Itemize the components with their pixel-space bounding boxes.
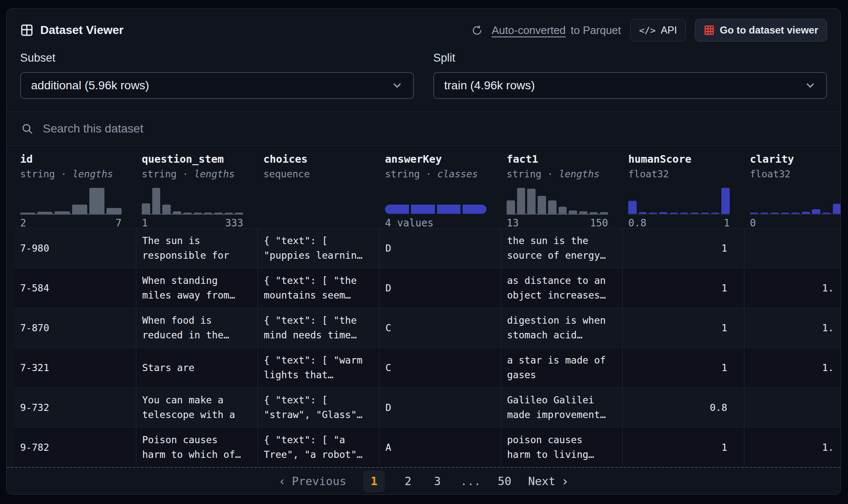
histogram-bar — [142, 203, 150, 214]
cell-fact1[interactable]: Galileo Galileimade improvement… — [501, 388, 622, 427]
page-button-1[interactable]: 1 — [363, 470, 385, 492]
cell-id[interactable]: 9-782 — [14, 440, 136, 455]
cell-id[interactable]: 7-980 — [14, 241, 136, 256]
next-page-button[interactable]: Next › — [528, 475, 569, 488]
histogram-bar — [770, 213, 779, 214]
table-body: 7-980The sun isresponsible for{ "text": … — [7, 228, 840, 467]
cell-question_stem[interactable]: You can make atelescope with a — [136, 388, 258, 427]
search-input[interactable] — [42, 122, 826, 136]
histogram-bar — [711, 213, 720, 214]
cell-choices[interactable]: { "text": [ "aTree", "a robot"… — [258, 428, 379, 467]
histogram-range: 13150 — [507, 217, 608, 229]
histogram-range: 1333 — [142, 217, 243, 229]
search-icon — [21, 122, 34, 135]
dataset-viewer-card: Dataset Viewer Auto-converted to Parquet… — [6, 8, 841, 495]
previous-label: Previous — [292, 475, 346, 488]
cell-humanScore[interactable]: 1 — [622, 229, 744, 268]
auto-converted-suffix: to Parquet — [571, 24, 621, 37]
split-dropdown[interactable]: train (4.96k rows) — [433, 72, 827, 99]
column-type: sequence — [263, 168, 367, 180]
api-button-label: API — [661, 24, 677, 36]
cell-question_stem[interactable]: The sun isresponsible for — [136, 229, 258, 268]
histogram-question_stem — [142, 187, 243, 214]
cell-choices[interactable]: { "text": ["puppies learnin… — [258, 229, 379, 268]
histogram-bar — [812, 209, 820, 214]
histogram-bar — [183, 213, 192, 214]
cell-clarity[interactable]: 1. — [744, 428, 834, 467]
cell-answerKey[interactable]: A — [379, 428, 501, 467]
cell-id[interactable]: 7-321 — [14, 361, 136, 375]
auto-converted-link[interactable]: Auto-converted — [492, 24, 566, 37]
class-count-label: 4 values — [385, 217, 486, 229]
card-header: Dataset Viewer Auto-converted to Parquet… — [7, 9, 840, 42]
class-bar-segment — [385, 205, 409, 214]
column-name: choices — [263, 153, 367, 166]
histogram-bar — [579, 211, 588, 214]
cell-id[interactable]: 9-732 — [14, 400, 136, 415]
cell-answerKey[interactable]: D — [379, 229, 501, 268]
cell-choices[interactable]: { "text": [ "warmlights that… — [258, 348, 379, 387]
cell-fact1[interactable]: digestion is whenstomach acid… — [501, 308, 622, 348]
cell-humanScore[interactable]: 0.8 — [622, 388, 744, 427]
go-to-dataset-viewer-button[interactable]: Go to dataset viewer — [695, 19, 827, 42]
cell-answerKey[interactable]: C — [379, 308, 501, 348]
selectors-row: Subset additional (5.96k rows) Split tra… — [7, 42, 840, 112]
cell-clarity[interactable]: 1. — [744, 348, 834, 387]
column-header-choices: choicessequence — [258, 153, 379, 228]
table-header: idstring · lengths27question_stemstring … — [7, 146, 840, 228]
cell-clarity[interactable]: 1. — [744, 308, 834, 348]
cell-answerKey[interactable]: D — [379, 388, 501, 427]
column-name: answerKey — [385, 153, 488, 166]
previous-page-button[interactable]: ‹ Previous — [278, 475, 346, 488]
column-header-humanScore: humanScorefloat320.81 — [622, 153, 744, 228]
cell-clarity[interactable] — [744, 388, 834, 427]
histogram-bar — [721, 188, 730, 214]
page-ellipsis: ... — [460, 475, 481, 488]
class-bar-segment — [411, 205, 435, 214]
cell-choices[interactable]: { "text": [ "themountains seem… — [258, 268, 379, 308]
page-button-50[interactable]: 50 — [498, 475, 512, 488]
histogram-bar — [194, 213, 202, 214]
cell-choices[interactable]: { "text": [ "themind needs time… — [258, 308, 379, 348]
cell-question_stem[interactable]: Stars are — [136, 348, 258, 387]
column-type: string · lengths — [507, 168, 610, 180]
cell-answerKey[interactable]: C — [379, 348, 501, 387]
chevron-down-icon — [804, 80, 816, 91]
cell-choices[interactable]: { "text": ["straw", "Glass"… — [258, 388, 379, 427]
histogram-bar — [649, 213, 657, 214]
cell-fact1[interactable]: as distance to anobject increases… — [501, 268, 622, 308]
table-row: 9-732You can make atelescope with a{ "te… — [14, 387, 840, 427]
cell-clarity[interactable] — [744, 229, 834, 268]
histogram-bar — [225, 213, 233, 214]
histogram-bar — [639, 212, 647, 214]
histogram-range: 0.81 — [628, 217, 730, 229]
cell-fact1[interactable]: the sun is thesource of energy… — [501, 229, 622, 268]
histogram-bar — [781, 213, 789, 214]
column-header-answerKey: answerKeystring · classes4 values — [379, 153, 501, 228]
histogram-bar — [750, 213, 758, 214]
split-value: train (4.96k rows) — [444, 79, 535, 92]
histogram-baseline — [507, 214, 608, 215]
cell-id[interactable]: 7-584 — [14, 281, 136, 296]
cell-humanScore[interactable]: 1 — [622, 348, 744, 387]
cell-fact1[interactable]: a star is made ofgases — [501, 348, 622, 387]
cell-clarity[interactable]: 1. — [744, 268, 834, 308]
cell-fact1[interactable]: poison causesharm to living… — [501, 428, 622, 467]
histogram-baseline — [142, 214, 243, 215]
cell-humanScore[interactable]: 1 — [622, 308, 744, 348]
cell-question_stem[interactable]: When food isreduced in the… — [136, 308, 258, 348]
api-button[interactable]: </> API — [630, 19, 686, 42]
cell-question_stem[interactable]: When standingmiles away from… — [136, 268, 258, 308]
cell-humanScore[interactable]: 1 — [622, 268, 744, 308]
histogram-bar — [173, 211, 181, 214]
column-type: string · lengths — [142, 168, 245, 180]
next-label: Next — [528, 475, 555, 488]
cell-id[interactable]: 7-870 — [14, 321, 136, 335]
page-button-3[interactable]: 3 — [431, 475, 444, 488]
split-label: Split — [433, 52, 827, 65]
page-button-2[interactable]: 2 — [402, 475, 414, 488]
cell-answerKey[interactable]: D — [379, 268, 501, 308]
cell-humanScore[interactable]: 1 — [622, 428, 744, 467]
subset-dropdown[interactable]: additional (5.96k rows) — [20, 72, 414, 99]
cell-question_stem[interactable]: Poison causesharm to which of… — [136, 428, 258, 467]
